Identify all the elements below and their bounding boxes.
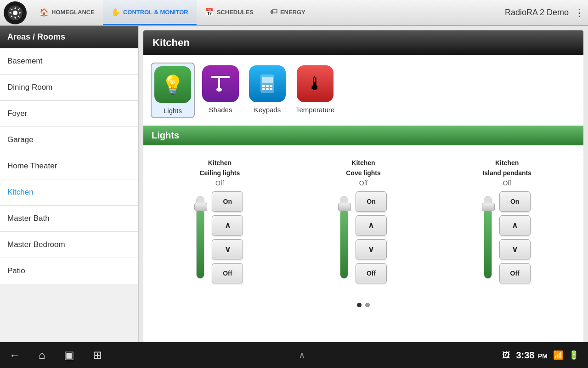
page-dot-1[interactable] bbox=[357, 303, 362, 307]
down-arrow-icon: ∨ bbox=[225, 244, 231, 254]
top-bar: 🏠 HOMEGLANCE ✋ CONTROL & MONITOR 📅 SCHED… bbox=[0, 0, 588, 26]
down-arrow-icon: ∨ bbox=[368, 244, 374, 254]
tab-schedules[interactable]: 📅 SCHEDULES bbox=[197, 0, 262, 25]
back-button[interactable]: ← bbox=[9, 349, 20, 362]
island-down-button[interactable]: ∨ bbox=[499, 239, 531, 259]
category-temperature[interactable]: 🌡 Temperature bbox=[293, 63, 337, 118]
cove-light-subname: Cove lights bbox=[346, 169, 380, 177]
sidebar-item-foyer[interactable]: Foyer bbox=[0, 101, 138, 127]
tab-control-label: CONTROL & MONITOR bbox=[123, 9, 188, 16]
sidebar-item-basement[interactable]: Basement bbox=[0, 48, 138, 75]
recents-button[interactable]: ▣ bbox=[64, 349, 74, 362]
cove-slider-track[interactable] bbox=[340, 196, 348, 279]
island-slider-track[interactable] bbox=[484, 196, 492, 279]
island-slider-thumb[interactable] bbox=[482, 203, 495, 211]
ceiling-light-subname: Ceiling lights bbox=[199, 169, 240, 177]
svg-rect-2 bbox=[211, 76, 230, 78]
keypads-icon bbox=[249, 65, 286, 102]
island-up-button[interactable]: ∧ bbox=[499, 215, 531, 236]
island-light-subname: Island pendants bbox=[482, 169, 531, 177]
cove-up-button[interactable]: ∧ bbox=[356, 215, 387, 236]
tab-homeglance-label: HOMEGLANCE bbox=[51, 9, 95, 16]
sidebar-item-garage[interactable]: Garage bbox=[0, 127, 138, 153]
tab-control[interactable]: ✋ CONTROL & MONITOR bbox=[103, 0, 197, 25]
ceiling-light-name: Kitchen bbox=[208, 159, 232, 167]
home-icon: 🏠 bbox=[40, 8, 49, 17]
battery-icon: 🔋 bbox=[569, 350, 579, 360]
ceiling-light-body: On ∧ ∨ Off bbox=[196, 191, 243, 283]
more-menu-icon[interactable]: ⋮ bbox=[574, 7, 584, 19]
ceiling-control-buttons: On ∧ ∨ Off bbox=[212, 191, 243, 283]
cove-slider-fill bbox=[340, 209, 348, 278]
pagination bbox=[143, 297, 583, 313]
island-on-button[interactable]: On bbox=[499, 191, 531, 212]
sidebar-item-dining-room[interactable]: Dining Room bbox=[0, 75, 138, 101]
ceiling-light-status: Off bbox=[215, 179, 224, 187]
cove-light-body: On ∧ ∨ Off bbox=[340, 191, 387, 283]
bottom-nav: ← ⌂ ▣ ⊞ bbox=[9, 349, 102, 362]
light-control-ceiling: Kitchen Ceiling lights Off On ∧ ∨ Off bbox=[155, 159, 284, 283]
cove-off-button[interactable]: Off bbox=[356, 263, 387, 283]
keypads-label: Keypads bbox=[254, 106, 281, 114]
category-keypads[interactable]: Keypads bbox=[246, 63, 288, 118]
tab-homeglance[interactable]: 🏠 HOMEGLANCE bbox=[31, 0, 103, 25]
temperature-icon: 🌡 bbox=[297, 65, 334, 102]
shades-icon bbox=[202, 65, 239, 102]
temperature-label: Temperature bbox=[296, 106, 334, 114]
light-control-cove: Kitchen Cove lights Off On ∧ ∨ Off bbox=[299, 159, 428, 283]
ceiling-slider-track[interactable] bbox=[196, 196, 204, 279]
svg-rect-12 bbox=[270, 88, 272, 90]
island-light-body: On ∧ ∨ Off bbox=[484, 191, 531, 283]
ceiling-up-button[interactable]: ∧ bbox=[212, 215, 243, 236]
sidebar-item-master-bath[interactable]: Master Bath bbox=[0, 206, 138, 232]
ceiling-slider-fill bbox=[197, 209, 204, 278]
menu-button[interactable]: ⊞ bbox=[93, 349, 102, 362]
wifi-icon: 📶 bbox=[553, 350, 563, 360]
island-slider-fill bbox=[484, 209, 492, 278]
app-logo bbox=[4, 1, 27, 24]
time-display: 3:38 PM bbox=[516, 350, 548, 361]
ceiling-off-button[interactable]: Off bbox=[212, 263, 243, 283]
right-panel: Kitchen 💡 Lights Shades Keypads 🌡 bbox=[139, 26, 588, 342]
category-area: 💡 Lights Shades Keypads 🌡 Temperature bbox=[143, 55, 583, 126]
cove-slider-thumb[interactable] bbox=[338, 203, 351, 211]
tab-energy-label: ENERGY bbox=[280, 9, 305, 16]
svg-point-1 bbox=[13, 11, 17, 15]
island-light-status: Off bbox=[503, 179, 511, 187]
am-pm-value: PM bbox=[538, 352, 548, 360]
main-content: Areas / Rooms Basement Dining Room Foyer… bbox=[0, 26, 588, 342]
home-button[interactable]: ⌂ bbox=[39, 349, 45, 362]
svg-rect-11 bbox=[266, 88, 269, 90]
sidebar-header: Areas / Rooms bbox=[0, 26, 138, 48]
bottom-bar: ← ⌂ ▣ ⊞ ∧ 🖼 3:38 PM 📶 🔋 bbox=[0, 342, 588, 368]
sidebar-item-home-theater[interactable]: Home Theater bbox=[0, 153, 138, 179]
light-control-island: Kitchen Island pendants Off On ∧ ∨ Off bbox=[443, 159, 571, 283]
svg-rect-10 bbox=[262, 88, 265, 90]
lights-icon: 💡 bbox=[154, 66, 191, 103]
page-dot-2[interactable] bbox=[365, 303, 370, 307]
ceiling-down-button[interactable]: ∨ bbox=[212, 239, 243, 259]
category-shades[interactable]: Shades bbox=[199, 63, 242, 118]
room-header: Kitchen bbox=[143, 30, 583, 55]
svg-rect-3 bbox=[218, 78, 220, 88]
lights-label: Lights bbox=[164, 107, 182, 115]
svg-rect-8 bbox=[266, 85, 269, 87]
up-arrow-icon: ∧ bbox=[225, 220, 231, 230]
tab-energy[interactable]: 🏷 ENERGY bbox=[262, 0, 314, 25]
ceiling-slider-thumb[interactable] bbox=[194, 203, 207, 211]
sidebar-item-patio[interactable]: Patio bbox=[0, 258, 138, 284]
screenshot-icon: 🖼 bbox=[502, 351, 510, 360]
ceiling-on-button[interactable]: On bbox=[212, 191, 243, 212]
cove-on-button[interactable]: On bbox=[356, 191, 387, 212]
up-arrow-icon: ∧ bbox=[512, 220, 518, 230]
hand-icon: ✋ bbox=[111, 8, 120, 17]
island-control-buttons: On ∧ ∨ Off bbox=[499, 191, 531, 283]
energy-icon: 🏷 bbox=[270, 8, 277, 16]
sidebar-item-kitchen[interactable]: Kitchen bbox=[0, 179, 138, 206]
svg-point-4 bbox=[216, 88, 222, 92]
category-lights[interactable]: 💡 Lights bbox=[151, 63, 195, 118]
svg-rect-6 bbox=[262, 77, 273, 83]
island-off-button[interactable]: Off bbox=[499, 263, 531, 283]
cove-down-button[interactable]: ∨ bbox=[356, 239, 387, 259]
sidebar-item-master-bedroom[interactable]: Master Bedroom bbox=[0, 232, 138, 258]
